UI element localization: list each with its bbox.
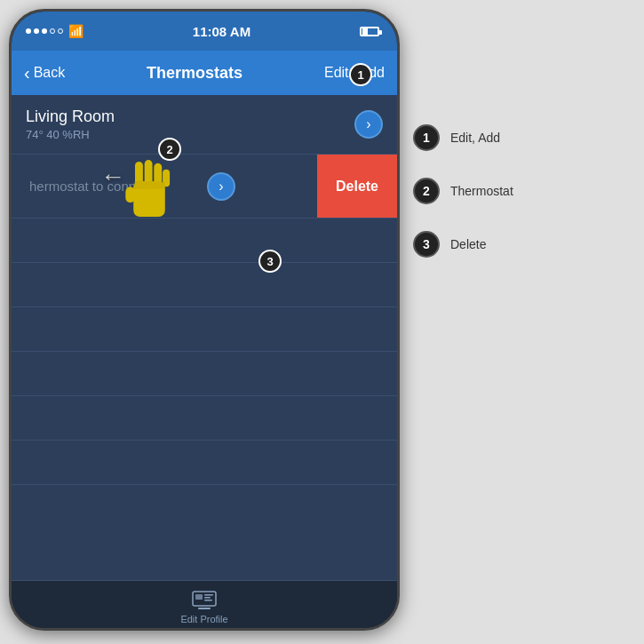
list-item-main-1: Living Room 74° 40 %RH › bbox=[12, 95, 397, 154]
callout-num-2: 2 bbox=[413, 178, 440, 204]
swipe-row[interactable]: hermostat to conne › Delete bbox=[12, 155, 397, 219]
hand-gesture: ← bbox=[118, 154, 180, 228]
hand-icon bbox=[118, 154, 180, 225]
callout-text-1: Edit, Add bbox=[450, 131, 500, 145]
dot4 bbox=[50, 28, 55, 34]
dot2 bbox=[34, 28, 39, 34]
dot3 bbox=[42, 28, 47, 34]
callout-num-3: 3 bbox=[413, 231, 440, 258]
callout-item-3: 3 Delete bbox=[413, 231, 631, 258]
callout-text-3: Delete bbox=[450, 237, 486, 251]
callout-item-2: 2 Thermostat bbox=[413, 178, 631, 204]
svg-rect-1 bbox=[125, 187, 135, 203]
svg-rect-10 bbox=[204, 597, 211, 599]
edit-profile-icon bbox=[192, 591, 217, 610]
svg-rect-12 bbox=[198, 608, 211, 609]
empty-row-5 bbox=[12, 396, 397, 441]
callout-num-1: 1 bbox=[413, 124, 440, 151]
empty-row-3 bbox=[12, 307, 397, 352]
edit-profile-label: Edit Profile bbox=[180, 614, 227, 624]
phone-frame: 📶 11:08 AM ‹ Back Thermostats Edit Add L… bbox=[9, 9, 400, 631]
svg-rect-8 bbox=[195, 594, 203, 600]
edit-button[interactable]: Edit bbox=[324, 65, 349, 81]
signal-dots bbox=[26, 28, 63, 34]
swipe-arrow-icon: ← bbox=[100, 163, 125, 191]
content-area: Living Room 74° 40 %RH › hermostat to co… bbox=[12, 95, 397, 580]
empty-row-1 bbox=[12, 219, 397, 263]
back-label: Back bbox=[34, 65, 66, 81]
status-time: 11:08 AM bbox=[193, 24, 250, 39]
callout-badge-2: 2 bbox=[158, 138, 181, 161]
status-right bbox=[360, 27, 383, 36]
callout-text-2: Thermostat bbox=[450, 184, 513, 198]
empty-row-4 bbox=[12, 352, 397, 396]
nav-bar: ‹ Back Thermostats Edit Add bbox=[12, 51, 397, 95]
page-title: Thermostats bbox=[65, 64, 324, 83]
callout-badge-1: 1 bbox=[349, 63, 372, 86]
svg-rect-6 bbox=[133, 181, 165, 189]
empty-row-6 bbox=[12, 441, 397, 485]
item-title-1: Living Room bbox=[26, 107, 354, 126]
tab-bar: Edit Profile bbox=[12, 580, 397, 631]
back-button[interactable]: ‹ Back bbox=[24, 63, 65, 83]
back-chevron-icon: ‹ bbox=[24, 63, 30, 83]
status-bar: 📶 11:08 AM bbox=[12, 12, 397, 51]
empty-row-2 bbox=[12, 263, 397, 307]
callout-badge-3: 3 bbox=[258, 250, 282, 273]
item-arrow-btn-2[interactable]: › bbox=[207, 172, 235, 201]
item-subtitle-1: 74° 40 %RH bbox=[26, 128, 354, 141]
item-info-1: Living Room 74° 40 %RH bbox=[26, 107, 354, 141]
svg-rect-9 bbox=[204, 594, 213, 596]
dot5 bbox=[58, 28, 63, 34]
battery-icon bbox=[360, 27, 379, 36]
callout-item-1: 1 Edit, Add bbox=[413, 124, 631, 151]
list-item-living-room[interactable]: Living Room 74° 40 %RH › bbox=[12, 95, 397, 155]
svg-rect-11 bbox=[204, 600, 212, 601]
delete-button[interactable]: Delete bbox=[317, 155, 397, 218]
edit-profile-tab[interactable]: Edit Profile bbox=[163, 591, 245, 624]
status-left: 📶 bbox=[26, 24, 83, 38]
dot1 bbox=[26, 28, 31, 34]
wifi-icon: 📶 bbox=[68, 24, 83, 38]
callout-panel: 1 Edit, Add 2 Thermostat 3 Delete bbox=[413, 124, 631, 284]
item-arrow-btn-1[interactable]: › bbox=[354, 110, 383, 139]
